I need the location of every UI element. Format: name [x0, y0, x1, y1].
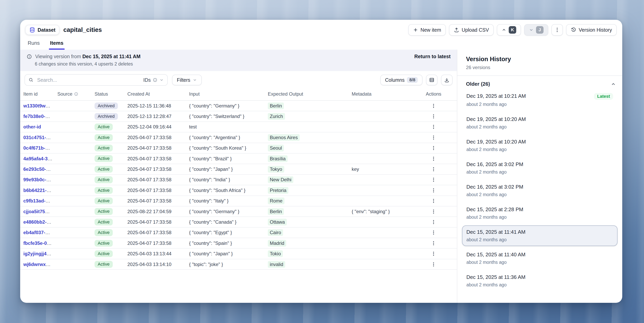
table-row[interactable]: 0c4f671b-ac5...Active2025-04-07 17:33:58…	[20, 143, 457, 153]
row-actions-button[interactable]	[429, 186, 438, 194]
input-cell: { "country": "Italy" }	[186, 196, 265, 206]
row-height-button[interactable]	[426, 75, 438, 85]
source-cell	[54, 122, 92, 132]
search-input[interactable]	[36, 77, 141, 83]
item-id-link[interactable]: fbcfe35e-0c8...	[23, 240, 54, 246]
row-actions-button[interactable]	[429, 229, 438, 236]
version-item-row: Dec 15, 2025 at 11:41 AM	[466, 229, 613, 235]
more-options-button[interactable]	[552, 24, 563, 36]
tab-items[interactable]: Items	[49, 38, 65, 50]
table-row[interactable]: other-idActive2025-12-04 09:16:44test	[20, 122, 457, 132]
item-id-cell: cjjoa5it75n3jr...	[20, 206, 54, 217]
item-id-cell: fe7b38e0-ca4...	[20, 111, 54, 122]
status-badge: Active	[94, 145, 113, 151]
version-item[interactable]: Dec 19, 2025 at 10:21 AMLatestabout 2 mo…	[462, 90, 618, 111]
upload-csv-button[interactable]: Upload CSV	[449, 24, 494, 36]
dataset-label: Dataset	[38, 27, 56, 33]
item-id-link[interactable]: e4860bb2-e4...	[23, 219, 54, 225]
item-id-link[interactable]: wj6dwrwxu6j...	[23, 262, 54, 267]
version-history-header: Version History 26 versions	[457, 50, 622, 76]
table-row[interactable]: e4860bb2-e4...Active2025-04-07 17:33:58{…	[20, 217, 457, 227]
metadata-cell	[348, 217, 408, 227]
row-actions-button[interactable]	[429, 102, 438, 110]
input-cell: { "country": "South Korea" }	[186, 143, 265, 153]
kebab-icon	[431, 209, 436, 214]
new-item-button[interactable]: New item	[408, 24, 446, 36]
table-row[interactable]: ig2yjingjj4hql...Active2025-04-03 13:13:…	[20, 248, 457, 259]
return-to-latest-link[interactable]: Return to latest	[414, 54, 450, 59]
row-actions-button[interactable]	[429, 239, 438, 247]
download-button[interactable]	[441, 75, 452, 85]
source-cell	[54, 164, 92, 174]
table-row[interactable]: 031c4751-13...Active2025-04-07 17:33:58{…	[20, 132, 457, 143]
input-cell: { "country": "Spain" }	[186, 238, 265, 248]
table-row[interactable]: eb4af037-791...Active2025-04-07 17:33:58…	[20, 227, 457, 238]
expected-output-cell: Madrid	[265, 238, 348, 248]
tab-runs[interactable]: Runs	[26, 38, 41, 50]
item-id-link[interactable]: w1330t9ww1a...	[23, 103, 54, 108]
table-row[interactable]: fe7b38e0-ca4...Archived2025-12-13 12:28:…	[20, 111, 457, 122]
version-item[interactable]: Dec 15, 2025 at 11:40 AMabout 2 months a…	[462, 248, 618, 268]
row-actions-button[interactable]	[429, 208, 438, 215]
item-id-link[interactable]: 6e293c50-6b...	[23, 166, 54, 172]
status-cell: Active	[92, 217, 124, 227]
item-id-link[interactable]: 4a95afa4-3b...	[23, 156, 54, 161]
row-actions-button[interactable]	[429, 218, 438, 226]
item-id-link[interactable]: 99e93b0c-88...	[23, 177, 54, 182]
search-input-box[interactable]: IDs	[24, 74, 168, 86]
row-actions-button[interactable]	[429, 197, 438, 205]
row-actions-button[interactable]	[429, 144, 438, 152]
user-j-button[interactable]: J	[524, 24, 548, 36]
item-id-link[interactable]: b6b64221-f9...	[23, 188, 54, 193]
version-relative-time: about 2 months ago	[466, 260, 613, 265]
table-row[interactable]: c9fb13ad-18ff...Active2025-04-07 17:33:5…	[20, 196, 457, 206]
table-row[interactable]: b6b64221-f9...Active2025-04-07 17:33:58{…	[20, 185, 457, 196]
status-badge: Active	[94, 197, 113, 204]
filters-button[interactable]: Filters	[172, 75, 202, 85]
user-k-button[interactable]: K	[497, 24, 521, 36]
version-item[interactable]: Dec 15, 2025 at 11:36 AMabout 2 months a…	[462, 270, 618, 291]
item-id-link[interactable]: c9fb13ad-18ff...	[23, 198, 54, 203]
row-actions-button[interactable]	[429, 134, 438, 142]
row-actions-button[interactable]	[429, 112, 438, 120]
search-scope-selector[interactable]: IDs	[144, 77, 164, 83]
table-row[interactable]: fbcfe35e-0c8...Active2025-04-07 17:33:58…	[20, 238, 457, 248]
row-actions-button[interactable]	[429, 176, 438, 184]
table-row[interactable]: 99e93b0c-88...Active2025-04-07 17:33:58{…	[20, 175, 457, 185]
table-row[interactable]: wj6dwrwxu6j...Active2025-04-03 13:14:10{…	[20, 259, 457, 269]
item-id-link[interactable]: other-id	[23, 124, 41, 129]
columns-button[interactable]: Columns 8/8	[380, 75, 422, 85]
table-row[interactable]: 6e293c50-6b...Active2025-04-07 17:33:58{…	[20, 164, 457, 174]
table-row[interactable]: w1330t9ww1a...Archived2025-12-15 11:36:4…	[20, 101, 457, 111]
item-id-link[interactable]: eb4af037-791...	[23, 230, 54, 235]
row-actions-button[interactable]	[429, 123, 438, 131]
kebab-icon	[431, 262, 436, 267]
item-id-link[interactable]: 031c4751-13...	[23, 135, 54, 140]
item-id-link[interactable]: ig2yjingjj4hql...	[23, 251, 54, 256]
source-cell	[54, 132, 92, 143]
item-id-link[interactable]: cjjoa5it75n3jr...	[23, 209, 54, 214]
version-relative-time: about 2 months ago	[466, 282, 613, 287]
row-actions-button[interactable]	[429, 260, 438, 268]
row-actions-button[interactable]	[429, 165, 438, 173]
version-relative-time: about 2 months ago	[466, 147, 613, 152]
version-item[interactable]: Dec 19, 2025 at 10:20 AMabout 2 months a…	[462, 135, 618, 156]
older-versions-group-header[interactable]: Older (26)	[457, 76, 622, 89]
version-item[interactable]: Dec 19, 2025 at 10:20 AMabout 2 months a…	[462, 113, 618, 133]
version-history-button[interactable]: Version History	[566, 24, 617, 36]
version-item-row: Dec 15, 2025 at 11:40 AM	[466, 251, 613, 258]
status-cell: Archived	[92, 111, 124, 122]
version-item[interactable]: Dec 15, 2025 at 2:28 PMabout 2 months ag…	[462, 203, 618, 223]
created-at-cell: 2025-04-03 13:14:10	[124, 259, 186, 269]
item-id-link[interactable]: fe7b38e0-ca4...	[23, 114, 54, 119]
actions-cell	[408, 217, 457, 227]
version-item[interactable]: Dec 16, 2025 at 3:02 PMabout 2 months ag…	[462, 158, 618, 178]
table-row[interactable]: 4a95afa4-3b...Active2025-04-07 17:33:58{…	[20, 153, 457, 164]
version-item[interactable]: Dec 15, 2025 at 11:41 AMabout 2 months a…	[462, 225, 618, 246]
version-item[interactable]: Dec 16, 2025 at 3:02 PMabout 2 months ag…	[462, 180, 618, 201]
kebab-icon	[431, 198, 436, 203]
table-row[interactable]: cjjoa5it75n3jr...Active2025-08-22 17:04:…	[20, 206, 457, 217]
item-id-link[interactable]: 0c4f671b-ac5...	[23, 145, 54, 151]
row-actions-button[interactable]	[429, 250, 438, 258]
row-actions-button[interactable]	[429, 155, 438, 163]
